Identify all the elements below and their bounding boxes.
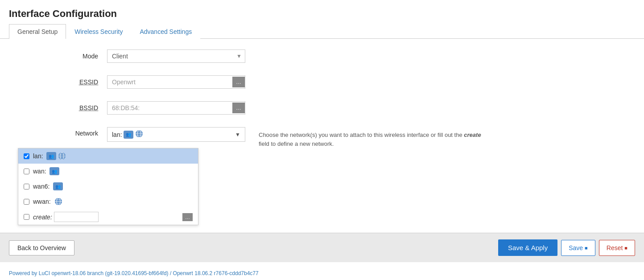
save-and-apply-button[interactable]: Save & Apply xyxy=(498,239,557,256)
bssid-control: … xyxy=(107,101,245,115)
essid-input-wrapper: … xyxy=(107,75,245,89)
essid-scan-button[interactable]: … xyxy=(232,77,245,87)
mode-select[interactable]: Access Point Client Ad-Hoc Monitor xyxy=(107,49,245,63)
dropdown-item-wan6[interactable]: wan6: 👥 xyxy=(18,179,198,194)
save-icon: ■ xyxy=(585,245,588,251)
network-help-text: Choose the network(s) you want to attach… xyxy=(259,131,482,148)
tab-advanced-settings[interactable]: Advanced Settings xyxy=(131,24,200,39)
network-globe-icon xyxy=(135,130,143,139)
dropdown-label-lan: lan: 👥 xyxy=(33,152,66,160)
network-people-icon: 👥 xyxy=(124,131,133,139)
dropdown-label-wwan: wwan: xyxy=(33,198,62,206)
create-network-button[interactable]: … xyxy=(182,213,193,221)
dropdown-checkbox-wan[interactable] xyxy=(24,169,29,174)
dropdown-checkbox-wan6[interactable] xyxy=(24,184,29,189)
network-dropdown-menu: lan: 👥 xyxy=(18,148,198,225)
mode-select-wrapper: Access Point Client Ad-Hoc Monitor ▼ xyxy=(107,49,245,63)
dropdown-label-wan: wan: 👥 xyxy=(33,167,59,175)
network-dropdown-trigger[interactable]: lan: 👥 ▼ xyxy=(107,127,245,142)
dropdown-checkbox-lan[interactable] xyxy=(24,153,29,159)
mode-control: Access Point Client Ad-Hoc Monitor ▼ xyxy=(107,49,245,63)
tabs-bar: General Setup Wireless Security Advanced… xyxy=(0,24,644,39)
reset-button[interactable]: Reset ■ xyxy=(599,240,635,256)
reset-icon: ■ xyxy=(624,245,627,251)
dropdown-checkbox-wwan[interactable] xyxy=(24,199,29,205)
bssid-input[interactable] xyxy=(107,102,232,114)
dropdown-label-wan6: wan6: 👥 xyxy=(33,182,63,190)
essid-label: ESSID xyxy=(18,78,107,86)
create-label-text: create: xyxy=(33,214,52,221)
network-label: Network xyxy=(18,130,107,137)
essid-control: … xyxy=(107,75,245,89)
bssid-label: BSSID xyxy=(18,104,107,111)
content-area: Mode Access Point Client Ad-Hoc Monitor … xyxy=(0,39,644,169)
bssid-input-wrapper: … xyxy=(107,101,245,115)
tab-general-setup[interactable]: General Setup xyxy=(9,24,66,39)
page-title: Interface Configuration xyxy=(0,0,644,24)
create-network-input[interactable] xyxy=(54,212,99,222)
save-button[interactable]: Save ■ xyxy=(561,240,595,256)
wan-people-icon: 👥 xyxy=(50,167,59,175)
essid-row: ESSID … xyxy=(18,75,626,89)
dropdown-checkbox-create[interactable] xyxy=(24,214,29,220)
network-dropdown-arrow-icon: ▼ xyxy=(235,132,240,138)
tab-wireless-security[interactable]: Wireless Security xyxy=(66,24,131,39)
mode-row: Mode Access Point Client Ad-Hoc Monitor … xyxy=(18,49,626,63)
bssid-row: BSSID … xyxy=(18,101,626,115)
globe-svg-icon xyxy=(135,130,143,138)
page-footer-credits: Powered by LuCI openwrt-18.06 branch (gi… xyxy=(9,270,259,276)
essid-input[interactable] xyxy=(107,76,232,88)
back-to-overview-button[interactable]: Back to Overview xyxy=(9,240,74,255)
dropdown-item-lan[interactable]: lan: 👥 xyxy=(18,148,198,164)
mode-label: Mode xyxy=(18,53,107,60)
dropdown-item-wwan[interactable]: wwan: xyxy=(18,194,198,209)
bssid-scan-button[interactable]: … xyxy=(232,103,245,113)
wwan-globe-icon xyxy=(54,198,62,206)
footer-bar: Back to Overview Save & Apply Save ■ Res… xyxy=(0,233,644,262)
lan-globe-icon xyxy=(58,152,66,160)
dropdown-item-wan[interactable]: wan: 👥 xyxy=(18,164,198,179)
network-row: Network lan: 👥 ▼ xyxy=(18,127,626,148)
dropdown-item-create: create: … xyxy=(18,209,198,225)
network-selected-label: lan: xyxy=(112,131,124,138)
lan-people-icon: 👥 xyxy=(46,152,56,160)
wan6-people-icon: 👥 xyxy=(53,182,63,190)
page-wrapper: Interface Configuration General Setup Wi… xyxy=(0,0,644,280)
action-buttons: Save & Apply Save ■ Reset ■ xyxy=(498,239,635,256)
network-control: lan: 👥 ▼ xyxy=(107,127,245,142)
